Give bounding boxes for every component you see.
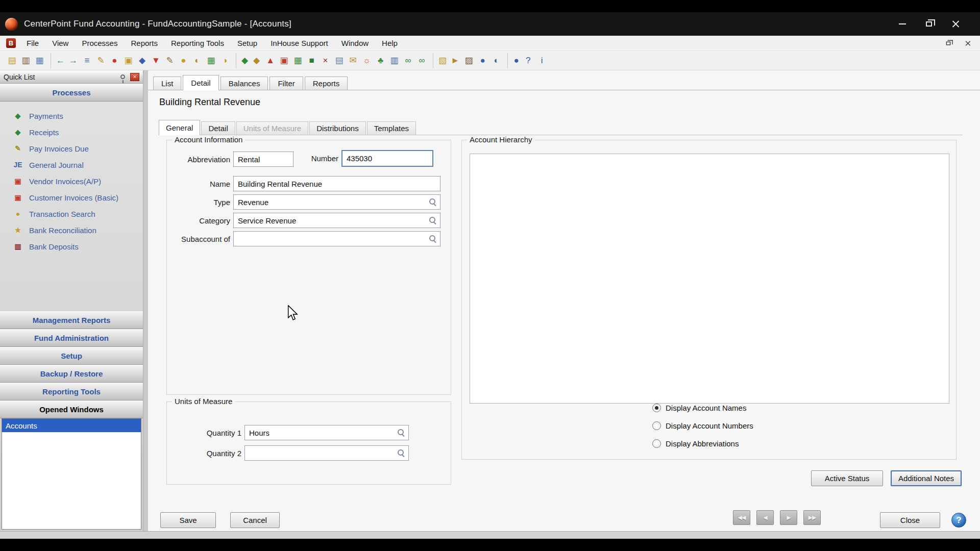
account-hierarchy-tree[interactable] <box>470 154 949 404</box>
quicklist-section-processes[interactable]: Processes <box>0 84 143 102</box>
quicklist-item[interactable]: ◆ Receipts <box>0 124 143 140</box>
menu-item[interactable]: Help <box>375 36 404 51</box>
toolbar-icon-help[interactable]: ? <box>521 53 535 68</box>
toolbar-icon-web-backup[interactable]: ◐ <box>489 53 503 68</box>
tab[interactable]: Reports <box>305 77 348 90</box>
menu-item[interactable]: Reports <box>124 36 164 51</box>
menu-item[interactable]: Reporting Tools <box>164 36 231 51</box>
help-button[interactable]: ? <box>951 513 966 528</box>
toolbar-icon-web-portal[interactable]: ● <box>476 53 489 68</box>
quicklist-item[interactable]: ▣ Customer Invoices (Basic) <box>0 189 143 206</box>
toolbar-icon-transfer-in[interactable]: → <box>66 53 80 68</box>
tab[interactable]: Balances <box>220 77 268 90</box>
restore-button[interactable] <box>916 15 942 33</box>
toolbar-icon-names-list[interactable]: ● <box>177 53 190 68</box>
display-option-radio[interactable]: Display Account Numbers <box>652 420 753 431</box>
subaccount-input[interactable] <box>233 231 440 246</box>
toolbar-icon-journal-book[interactable]: ▥ <box>19 53 33 68</box>
display-option-radio[interactable]: Display Abbreviations <box>652 438 753 448</box>
quicklist-item[interactable]: ✎ Pay Invoices Due <box>0 140 143 157</box>
toolbar-icon-print-report[interactable]: ▦ <box>33 53 46 68</box>
toolbar-icon-close-period[interactable]: ● <box>108 53 121 68</box>
toolbar-icon-alerts[interactable]: ☼ <box>360 53 374 68</box>
quicklist-group-header[interactable]: Backup / Restore <box>0 365 143 383</box>
menu-item[interactable]: InHouse Support <box>264 36 335 51</box>
nav-last[interactable]: ▶▶ <box>803 510 821 525</box>
subtab[interactable]: Distributions <box>309 121 366 135</box>
mdi-close-button[interactable] <box>965 40 971 46</box>
name-input[interactable]: Building Rental Revenue <box>233 176 440 191</box>
close-button[interactable] <box>942 15 969 33</box>
cancel-button[interactable]: Cancel <box>230 512 280 528</box>
toolbar-icon-screen-capture[interactable]: ▨ <box>462 53 476 68</box>
toolbar-icon-transfer-out[interactable]: ← <box>51 53 66 68</box>
toolbar-icon-open-batch[interactable]: ▤ <box>5 53 19 68</box>
quicklist-group-header[interactable]: Fund Administration <box>0 329 143 347</box>
tab[interactable]: Filter <box>270 77 303 90</box>
display-option-radio[interactable]: Display Account Names <box>652 403 753 413</box>
quicklist-item[interactable]: ▥ Bank Deposits <box>0 238 143 255</box>
number-input[interactable]: 435030 <box>341 150 433 167</box>
tab[interactable]: List <box>153 77 181 90</box>
quicklist-item[interactable]: ● Transaction Search <box>0 206 143 222</box>
subtab[interactable]: Detail <box>201 121 235 135</box>
toolbar-icon-transaction-search[interactable]: ▦ <box>291 53 305 68</box>
toolbar-icon-online-services[interactable]: ● <box>507 53 521 68</box>
toolbar-icon-calendar[interactable]: ▦ <box>204 53 218 68</box>
toolbar-icon-lists[interactable]: ▥ <box>387 53 401 68</box>
type-input[interactable]: Revenue <box>233 194 440 210</box>
opened-window-item[interactable]: Accounts <box>2 419 141 432</box>
toolbar-icon-void-transaction[interactable]: × <box>318 53 332 68</box>
lookup-icon[interactable] <box>429 198 436 206</box>
panel-splitter[interactable] <box>143 70 148 531</box>
quicklist-group-header[interactable]: Management Reports <box>0 311 143 329</box>
subtab[interactable]: Templates <box>367 121 416 135</box>
toolbar-icon-link-funds[interactable]: ∞ <box>415 53 429 68</box>
lookup-icon[interactable] <box>398 429 405 436</box>
toolbar-icon-trial-balance[interactable]: ≡ <box>80 53 94 68</box>
menu-item[interactable]: File <box>20 36 45 51</box>
pin-icon[interactable] <box>120 74 125 79</box>
close-window-button[interactable]: Close <box>880 512 940 528</box>
save-button[interactable]: Save <box>160 512 216 528</box>
mdi-restore-button[interactable] <box>946 41 951 45</box>
toolbar-icon-write-checks[interactable]: ✎ <box>163 53 177 68</box>
lookup-icon[interactable] <box>429 217 436 224</box>
toolbar-icon-deposits[interactable]: ◐ <box>190 53 204 68</box>
menu-item[interactable]: View <box>45 36 75 51</box>
menu-item[interactable]: Setup <box>231 36 264 51</box>
toolbar-icon-reminders[interactable]: ◑ <box>218 53 232 68</box>
toolbar-icon-chart-of-accounts[interactable]: ▣ <box>121 53 135 68</box>
toolbar-icon-edit-note[interactable]: ✎ <box>94 53 108 68</box>
toolbar-icon-link-accounts[interactable]: ∞ <box>401 53 415 68</box>
category-input[interactable]: Service Revenue <box>233 213 440 228</box>
toolbar-icon-pointer-tool[interactable]: ► <box>448 53 462 68</box>
toolbar-icon-budgets[interactable]: ♣ <box>374 53 387 68</box>
toolbar-icon-new-window[interactable]: ▧ <box>433 53 448 68</box>
toolbar-icon-payments[interactable]: ◆ <box>236 53 250 68</box>
quick-list-close-button[interactable]: × <box>130 73 139 81</box>
lookup-icon[interactable] <box>429 235 436 242</box>
quantity2-input[interactable] <box>244 445 409 461</box>
subtab[interactable]: General <box>159 120 200 135</box>
additional-notes-button[interactable]: Additional Notes <box>891 470 962 486</box>
toolbar-icon-import-data[interactable]: ▼ <box>149 53 163 68</box>
quicklist-group-header[interactable]: Setup <box>0 347 143 365</box>
quicklist-item[interactable]: ◆ Payments <box>0 108 143 124</box>
quantity1-input[interactable]: Hours <box>244 425 409 440</box>
minimize-button[interactable] <box>889 15 916 33</box>
quicklist-item[interactable]: ▣ Vendor Invoices(A/P) <box>0 173 143 189</box>
toolbar-icon-pay-invoices-due[interactable]: ▲ <box>263 53 277 68</box>
nav-next[interactable]: ▶ <box>780 510 797 525</box>
quicklist-group-header[interactable]: Reporting Tools <box>0 383 143 400</box>
menu-item[interactable]: Processes <box>75 36 124 51</box>
nav-previous[interactable]: ◀ <box>756 510 774 525</box>
toolbar-icon-about-info[interactable]: i <box>535 53 549 68</box>
active-status-button[interactable]: Active Status <box>811 470 883 486</box>
toolbar-icon-database[interactable]: ◆ <box>135 53 149 68</box>
toolbar-icon-mail[interactable]: ✉ <box>346 53 360 68</box>
lookup-icon[interactable] <box>398 449 405 457</box>
toolbar-icon-report-grid[interactable]: ▤ <box>332 53 346 68</box>
nav-first[interactable]: ◀◀ <box>733 510 750 525</box>
toolbar-icon-receipts[interactable]: ◆ <box>250 53 263 68</box>
